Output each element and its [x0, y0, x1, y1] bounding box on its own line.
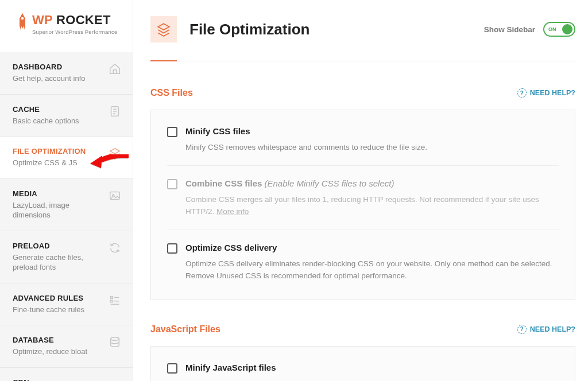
rocket-icon: [17, 13, 28, 32]
svg-rect-10: [111, 300, 113, 302]
option-hint: (Enable Minify CSS files to select): [265, 178, 394, 188]
option-title: Minify CSS files: [185, 126, 250, 136]
show-sidebar-toggle[interactable]: ON: [543, 22, 575, 37]
svg-marker-5: [110, 149, 120, 154]
sidebar: WP ROCKET Superior WordPress Performance…: [0, 0, 133, 381]
option-desc: Combine CSS merges all your files into 1…: [185, 194, 559, 218]
option-title: Optimize CSS delivery: [185, 243, 277, 252]
brand-tagline: Superior WordPress Performance: [32, 29, 117, 35]
need-help-js[interactable]: ? NEED HELP?: [517, 325, 575, 334]
checkbox-minify-js[interactable]: [167, 363, 177, 374]
page-icon: [150, 16, 177, 42]
section-head-js: JavaScript Files ? NEED HELP?: [150, 324, 575, 335]
svg-rect-8: [111, 296, 113, 298]
page-header: File Optimization Show Sidebar ON: [150, 16, 575, 61]
sidebar-item-media[interactable]: MEDIA LazyLoad, image dimensions: [0, 179, 133, 231]
checkbox-combine-css: [167, 179, 177, 189]
brand-logo: WP ROCKET Superior WordPress Performance: [0, 0, 133, 52]
need-help-label: NEED HELP?: [530, 325, 575, 333]
sidebar-item-label: CDN: [13, 378, 121, 381]
show-sidebar-label: Show Sidebar: [484, 25, 535, 34]
option-desc: Minify CSS removes whitespace and commen…: [185, 142, 559, 154]
sidebar-item-sub: Get help, account info: [13, 73, 104, 84]
sidebar-item-sub: Optimize CSS & JS: [13, 158, 104, 168]
database-icon: [109, 336, 121, 348]
sidebar-item-sub: Generate cache files, preload fonts: [13, 252, 104, 273]
sidebar-item-cache[interactable]: CACHE Basic cache options: [0, 95, 133, 137]
refresh-icon: [109, 242, 121, 254]
more-info-link[interactable]: More info: [216, 207, 249, 216]
sidebar-item-preload[interactable]: PRELOAD Generate cache files, preload fo…: [0, 231, 133, 283]
sidebar-item-cdn[interactable]: CDN: [0, 368, 133, 381]
section-head-css: CSS Files ? NEED HELP?: [150, 88, 575, 98]
image-icon: [109, 189, 121, 202]
svg-marker-14: [158, 24, 169, 30]
checkbox-optimize-css-delivery[interactable]: [167, 243, 177, 254]
document-icon: [109, 105, 121, 118]
sidebar-item-label: CACHE: [13, 105, 104, 114]
sidebar-item-sub: LazyLoad, image dimensions: [13, 200, 104, 220]
sidebar-item-label: DATABASE: [13, 336, 104, 344]
section-title-js: JavaScript Files: [150, 324, 220, 335]
option-desc: Minify JavaScript removes whitespace and…: [185, 378, 559, 381]
sidebar-item-label: MEDIA: [13, 189, 104, 198]
main-content: File Optimization Show Sidebar ON CSS Fi…: [133, 0, 588, 381]
checkbox-minify-css[interactable]: [167, 127, 177, 137]
toggle-on-label: ON: [548, 26, 556, 32]
need-help-label: NEED HELP?: [530, 89, 575, 97]
option-optimize-css-delivery: Optimize CSS delivery Optimize CSS deliv…: [167, 230, 559, 286]
layers-icon: [156, 22, 171, 37]
sidebar-item-database[interactable]: DATABASE Optimize, reduce bloat: [0, 325, 133, 368]
option-minify-css: Minify CSS files Minify CSS removes whit…: [167, 124, 559, 165]
sidebar-item-advanced-rules[interactable]: ADVANCED RULES Fine-tune cache rules: [0, 283, 133, 326]
section-title-css: CSS Files: [150, 88, 193, 98]
sidebar-item-label: FILE OPTIMIZATION: [13, 147, 104, 155]
layers-icon: [109, 147, 121, 160]
sidebar-item-sub: Fine-tune cache rules: [13, 305, 104, 315]
sidebar-item-label: PRELOAD: [13, 242, 104, 250]
help-icon: ?: [517, 325, 527, 334]
js-options-panel: Minify JavaScript files Minify JavaScrip…: [150, 346, 575, 381]
brand-text: WP ROCKET: [32, 13, 117, 28]
option-title: Combine CSS files (Enable Minify CSS fil…: [185, 178, 394, 188]
option-title: Minify JavaScript files: [185, 363, 276, 372]
sidebar-item-label: DASHBOARD: [13, 63, 104, 71]
option-desc: Optimize CSS delivery eliminates render-…: [185, 258, 559, 282]
sidebar-item-label: ADVANCED RULES: [13, 294, 104, 302]
help-icon: ?: [517, 88, 527, 98]
sidebar-item-sub: Basic cache options: [13, 116, 104, 126]
sidebar-item-sub: Optimize, reduce bloat: [13, 347, 104, 357]
toggle-knob: [562, 24, 572, 34]
home-icon: [109, 63, 121, 75]
sidebar-item-file-optimization[interactable]: FILE OPTIMIZATION Optimize CSS & JS: [0, 137, 133, 179]
page-title: File Optimization: [189, 21, 310, 38]
list-icon: [109, 294, 121, 306]
tab-indicator: [150, 60, 177, 61]
need-help-css[interactable]: ? NEED HELP?: [517, 88, 575, 98]
option-combine-css: Combine CSS files (Enable Minify CSS fil…: [167, 165, 559, 230]
option-minify-js: Minify JavaScript files Minify JavaScrip…: [167, 360, 559, 381]
svg-point-0: [21, 17, 24, 20]
sidebar-item-dashboard[interactable]: DASHBOARD Get help, account info: [0, 52, 133, 95]
css-options-panel: Minify CSS files Minify CSS removes whit…: [150, 110, 575, 300]
svg-point-13: [111, 337, 119, 341]
